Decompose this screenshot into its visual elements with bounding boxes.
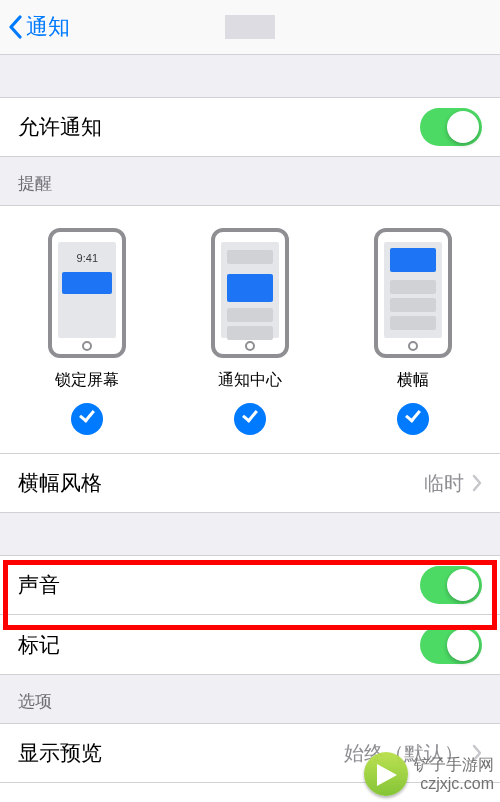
preview-value: 始终（默认） bbox=[344, 740, 464, 767]
alert-caption-center: 通知中心 bbox=[218, 370, 282, 391]
alert-style-panel: 9:41 锁定屏幕 通知中心 bbox=[0, 205, 500, 513]
section-header-alerts: 提醒 bbox=[0, 157, 500, 205]
preview-label: 显示预览 bbox=[18, 739, 102, 767]
back-label: 通知 bbox=[26, 12, 70, 42]
row-banner-style[interactable]: 横幅风格 临时 bbox=[0, 453, 500, 513]
phone-banner-icon bbox=[374, 228, 452, 358]
header-title-mask bbox=[225, 15, 275, 39]
alert-option-center[interactable]: 通知中心 bbox=[211, 228, 289, 435]
badge-label: 标记 bbox=[18, 631, 60, 659]
row-badge: 标记 bbox=[0, 615, 500, 675]
nav-header: 通知 bbox=[0, 0, 500, 55]
chevron-right-icon bbox=[472, 744, 482, 762]
allow-label: 允许通知 bbox=[18, 113, 102, 141]
sound-toggle[interactable] bbox=[420, 566, 482, 604]
row-sound: 声音 bbox=[0, 555, 500, 615]
chevron-left-icon bbox=[8, 15, 22, 39]
check-icon bbox=[397, 403, 429, 435]
badge-toggle[interactable] bbox=[420, 626, 482, 664]
banner-style-value: 临时 bbox=[424, 470, 464, 497]
alert-caption-lock: 锁定屏幕 bbox=[55, 370, 119, 391]
alert-caption-banner: 横幅 bbox=[397, 370, 429, 391]
alert-option-banner[interactable]: 横幅 bbox=[374, 228, 452, 435]
row-grouping[interactable]: 通知分组 bbox=[0, 783, 500, 802]
check-icon bbox=[234, 403, 266, 435]
row-allow-notifications: 允许通知 bbox=[0, 97, 500, 157]
check-icon bbox=[71, 403, 103, 435]
sound-label: 声音 bbox=[18, 571, 60, 599]
phone-lock-icon: 9:41 bbox=[48, 228, 126, 358]
row-show-preview[interactable]: 显示预览 始终（默认） bbox=[0, 723, 500, 783]
section-header-options: 选项 bbox=[0, 675, 500, 723]
banner-style-label: 横幅风格 bbox=[18, 469, 102, 497]
back-button[interactable]: 通知 bbox=[0, 12, 70, 42]
alert-option-lockscreen[interactable]: 9:41 锁定屏幕 bbox=[48, 228, 126, 435]
allow-toggle[interactable] bbox=[420, 108, 482, 146]
phone-center-icon bbox=[211, 228, 289, 358]
chevron-right-icon bbox=[472, 474, 482, 492]
